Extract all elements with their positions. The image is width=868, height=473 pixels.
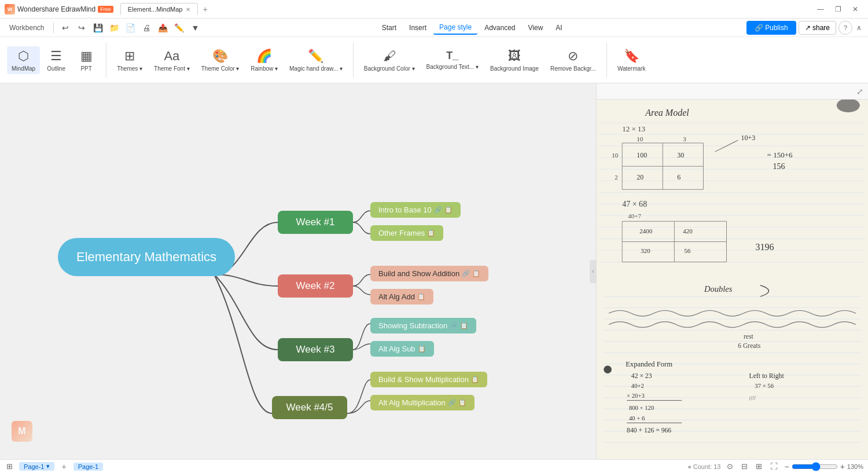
- page-tab-1[interactable]: Page-1 ▾: [19, 462, 54, 471]
- page-tab-label: Page-1: [24, 463, 44, 470]
- menu-advanced[interactable]: Advanced: [479, 21, 521, 34]
- close-button[interactable]: ✕: [847, 3, 863, 15]
- zoom-in-button[interactable]: +: [840, 462, 845, 471]
- fit-icon[interactable]: ⊙: [725, 462, 735, 471]
- ribbon: ⬡ MindMap ☰ Outline ▦ PPT ⊞ Themes ▾ Aa …: [0, 37, 868, 83]
- menu-ai[interactable]: AI: [550, 21, 568, 34]
- maximize-button[interactable]: ❐: [830, 3, 846, 15]
- ribbon-bg-color[interactable]: 🖌 Background Color ▾: [359, 46, 420, 74]
- sep1: [53, 23, 54, 33]
- ribbon-theme-color[interactable]: 🎨 Theme Color ▾: [197, 46, 244, 74]
- edit-icon8[interactable]: 📋: [458, 399, 466, 406]
- redo-button[interactable]: ↪: [75, 21, 89, 35]
- leaf-alt-alg-sub[interactable]: Alt Alg Sub 📋: [370, 341, 434, 357]
- week2-node[interactable]: Week #2: [278, 274, 353, 298]
- ribbon-themes[interactable]: ⊞ Themes ▾: [112, 46, 147, 74]
- ribbon-outline[interactable]: ☰ Outline: [42, 46, 70, 74]
- leaf-alt-alg-mult[interactable]: Alt Alg Multiplication 🔗 📋: [370, 395, 475, 410]
- ribbon-magic-hand[interactable]: ✏️ Magic hand draw... ▾: [285, 46, 347, 74]
- menu-insert[interactable]: Insert: [403, 21, 432, 34]
- bg-text-icon: T_: [446, 50, 458, 62]
- week3-node[interactable]: Week #3: [278, 338, 353, 361]
- new-button[interactable]: 📄: [123, 21, 137, 35]
- panel-collapse-button[interactable]: ⤢: [856, 87, 863, 96]
- active-tab[interactable]: Element...MindMap ✕: [120, 3, 198, 15]
- svg-text:////: ////: [749, 394, 756, 401]
- edit-icon5[interactable]: 📋: [460, 322, 468, 329]
- add-tab-button[interactable]: +: [199, 5, 211, 14]
- edit-icon7[interactable]: 📋: [471, 376, 479, 383]
- svg-text:10+3: 10+3: [741, 134, 756, 142]
- leaf-alt-alg-add[interactable]: Alt Alg Add 📋: [370, 289, 433, 305]
- expand-button[interactable]: ∧: [855, 22, 863, 34]
- week4-node[interactable]: Week #4/5: [272, 396, 347, 419]
- svg-text:40+2: 40+2: [631, 382, 644, 389]
- open-button[interactable]: 📁: [107, 21, 121, 35]
- week1-label: Week #1: [296, 217, 335, 228]
- tab-close-button[interactable]: ✕: [186, 6, 190, 13]
- ribbon-remove-bg[interactable]: ⊘ Remove Backgr...: [546, 46, 601, 74]
- edit-button[interactable]: ✏️: [172, 21, 186, 35]
- edit-icon4[interactable]: 📋: [417, 293, 425, 300]
- outline-icon: ☰: [50, 49, 62, 64]
- ribbon-mindmap[interactable]: ⬡ MindMap: [7, 46, 40, 74]
- tab-label: Element...MindMap: [128, 6, 183, 13]
- minimize-button[interactable]: —: [812, 3, 829, 15]
- link-icon[interactable]: 🔗: [434, 206, 442, 214]
- active-page-label[interactable]: Page-1: [73, 463, 103, 471]
- status-grid-icon[interactable]: ⊞: [5, 462, 14, 471]
- ribbon-ppt[interactable]: ▦ PPT: [72, 46, 100, 74]
- more-button[interactable]: ▼: [188, 21, 202, 35]
- menu-page-style[interactable]: Page style: [433, 21, 477, 35]
- rainbow-label: Rainbow ▾: [251, 65, 278, 72]
- statusbar: ⊞ Page-1 ▾ + Page-1 ● Count: 13 ⊙ ⊟ ⊞ ⛶ …: [0, 459, 868, 473]
- svg-text:6 Greats: 6 Greats: [738, 342, 761, 350]
- leaf-build-show-mult[interactable]: Build & Show Multiplication 📋: [370, 372, 487, 387]
- menu-start[interactable]: Start: [376, 21, 402, 34]
- leaf-alt-alg-add-label: Alt Alg Add: [378, 292, 415, 301]
- week2-label: Week #2: [296, 280, 335, 291]
- save-button[interactable]: 💾: [91, 21, 105, 35]
- workbench-menu[interactable]: Workbench: [5, 22, 49, 34]
- week1-node[interactable]: Week #1: [278, 211, 353, 234]
- logo-icon: W: [5, 4, 15, 14]
- layout-icon[interactable]: ⊞: [754, 462, 764, 471]
- svg-text:20: 20: [637, 173, 643, 181]
- grid-view-icon[interactable]: ⊟: [740, 462, 749, 471]
- share-button[interactable]: ↗ share: [799, 21, 836, 35]
- zoom-out-button[interactable]: −: [784, 462, 789, 471]
- ribbon-watermark[interactable]: 🔖 Watermark: [613, 46, 650, 74]
- publish-button[interactable]: 🔗 Publish: [746, 21, 796, 35]
- watermark-label: Watermark: [617, 65, 646, 72]
- panel-collapse-handle[interactable]: ‹: [590, 260, 597, 283]
- link-icon4[interactable]: 🔗: [448, 399, 456, 406]
- ribbon-rainbow[interactable]: 🌈 Rainbow ▾: [246, 46, 282, 74]
- ribbon-bg-image[interactable]: 🖼 Background Image: [486, 46, 543, 74]
- fullscreen-icon[interactable]: ⛶: [768, 462, 779, 471]
- help-button[interactable]: ?: [838, 21, 852, 35]
- ribbon-bg-text[interactable]: T_ Background Text... ▾: [422, 47, 483, 72]
- zoom-slider[interactable]: [792, 462, 838, 471]
- leaf-build-show-add[interactable]: Build and Show Addition 🔗 📋: [370, 266, 488, 281]
- link-icon3[interactable]: 🔗: [450, 322, 458, 329]
- edit-icon6[interactable]: 📋: [418, 345, 426, 353]
- central-node[interactable]: Elementary Mathematics: [58, 238, 235, 276]
- leaf-intro-base10[interactable]: Intro to Base 10 🔗 📋: [370, 202, 461, 218]
- menu-view[interactable]: View: [523, 21, 549, 34]
- link-icon2[interactable]: 🔗: [462, 270, 470, 277]
- tab-area: Element...MindMap ✕ +: [120, 3, 812, 15]
- print-button[interactable]: 🖨: [139, 21, 153, 35]
- undo-button[interactable]: ↩: [58, 21, 72, 35]
- export-button[interactable]: 📤: [156, 21, 170, 35]
- right-panel: ⤢ ‹: [596, 83, 868, 459]
- add-page-button[interactable]: +: [59, 462, 68, 471]
- edit-icon[interactable]: 📋: [444, 206, 453, 214]
- canvas[interactable]: Elementary Mathematics Week #1 Week #2 W…: [0, 83, 596, 459]
- edit-icon3[interactable]: 📋: [472, 270, 480, 277]
- leaf-other-frames[interactable]: Other Frames 📋: [370, 225, 443, 241]
- bg-color-label: Background Color ▾: [364, 65, 415, 72]
- ribbon-theme-font[interactable]: Aa Theme Font ▾: [149, 46, 194, 74]
- leaf-showing-sub[interactable]: Showing Subtraction 🔗 📋: [370, 318, 476, 333]
- theme-color-label: Theme Color ▾: [201, 65, 240, 72]
- edit-icon2[interactable]: 📋: [427, 229, 435, 237]
